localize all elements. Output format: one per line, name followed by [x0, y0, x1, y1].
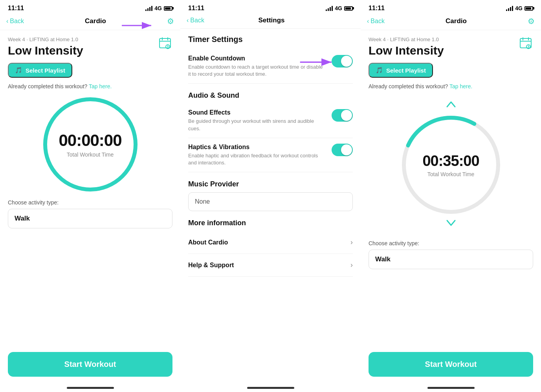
nav-bar-1: ‹ Back Cardio ⚙ [0, 15, 180, 30]
countdown-desc: Enable countdown to reach a target worko… [188, 64, 325, 78]
status-time-1: 11:11 [8, 5, 24, 12]
activity-box-1[interactable]: Walk [8, 209, 172, 228]
chevron-left-icon-2: ‹ [187, 17, 189, 24]
network-label-2: 4G [335, 5, 342, 11]
help-support-label: Help & Support [188, 262, 234, 269]
home-indicator-1 [67, 387, 114, 389]
status-icons-3: 4G [506, 5, 533, 11]
battery-icon-2 [344, 6, 353, 11]
network-label-3: 4G [515, 5, 523, 11]
music-icon-3: 🎵 [376, 67, 383, 74]
start-workout-btn-3[interactable]: Start Workout [369, 352, 533, 377]
start-btn-wrap-3: Start Workout [361, 348, 541, 385]
calendar-icon-1[interactable] [158, 36, 172, 52]
timer-settings-title: Timer Settings [188, 35, 353, 44]
nav-title-2: Settings [258, 16, 284, 24]
screen3-content: Week 4 · LIFTING at Home 1.0 Low Intensi… [361, 30, 541, 348]
about-cardio-label: About Cardio [188, 239, 228, 246]
completed-text-1: Already completed this workout? Tap here… [8, 83, 172, 89]
status-bar-3: 11:11 4G [361, 0, 541, 15]
music-icon-1: 🎵 [15, 67, 22, 74]
music-provider-box[interactable]: None [188, 192, 353, 211]
home-indicator-2 [247, 387, 294, 389]
screen1-content: Week 4 · LIFTING at Home 1.0 Low Intensi… [0, 30, 180, 348]
nav-title-3: Cardio [446, 17, 467, 25]
status-time-3: 11:11 [369, 5, 385, 12]
gear-icon-3[interactable]: ⚙ [528, 16, 535, 26]
screen2-content: Timer Settings Enable Countdown Enable c… [180, 29, 361, 385]
playlist-label-1: Select Playlist [26, 67, 65, 74]
nav-bar-2: ‹ Back Settings [180, 15, 361, 29]
back-label-1: Back [10, 18, 24, 25]
back-label-2: Back [190, 17, 204, 24]
timer-down-btn-3[interactable] [446, 216, 457, 232]
sound-effects-toggle[interactable] [332, 109, 353, 122]
select-playlist-btn-1[interactable]: 🎵 Select Playlist [8, 63, 72, 78]
timer-wrap-1: 00:00:00 Total Workout Time [8, 97, 172, 191]
timer-up-btn-3[interactable] [446, 97, 457, 114]
battery-icon-1 [164, 6, 172, 11]
toggle-knob-haptics [341, 144, 352, 155]
timer-display-1: 00:00:00 [59, 131, 121, 150]
timer-label-1: Total Workout Time [67, 151, 114, 158]
start-btn-wrap-1: Start Workout [0, 348, 180, 385]
sound-effects-row: Sound Effects Be guided through your wor… [188, 104, 353, 138]
back-button-1[interactable]: ‹ Back [6, 18, 24, 25]
week-label-3: Week 4 · LIFTING at Home 1.0 [369, 36, 533, 42]
signal-icon-3 [506, 5, 513, 11]
back-button-2[interactable]: ‹ Back [187, 17, 204, 24]
haptics-row: Haptics & Vibrations Enable haptic and v… [188, 138, 353, 172]
activity-box-3[interactable]: Walk [369, 250, 533, 269]
tap-here-link-3[interactable]: Tap here. [449, 83, 472, 89]
help-support-row[interactable]: Help & Support › [188, 254, 353, 277]
timer-container-3: 00:35:00 Total Workout Time [369, 97, 533, 232]
activity-label-1: Choose activity type: [8, 199, 172, 206]
countdown-row: Enable Countdown Enable countdown to rea… [188, 49, 353, 84]
toggle-knob-countdown [341, 56, 352, 67]
signal-icon-2 [326, 5, 333, 11]
phone-screen-3: 11:11 4G ‹ Back Cardio ⚙ [361, 0, 541, 392]
countdown-label: Enable Countdown [188, 55, 325, 62]
back-button-3[interactable]: ‹ Back [367, 18, 385, 25]
about-cardio-row[interactable]: About Cardio › [188, 231, 353, 254]
nav-title-1: Cardio [85, 17, 106, 25]
nav-bar-3: ‹ Back Cardio ⚙ [361, 15, 541, 30]
status-icons-2: 4G [326, 5, 353, 11]
timer-circle-3: 00:35:00 Total Workout Time [400, 114, 502, 216]
gear-icon-1[interactable]: ⚙ [167, 16, 174, 26]
home-indicator-3 [427, 387, 475, 389]
svg-rect-11 [520, 38, 531, 48]
haptics-toggle[interactable] [332, 144, 353, 156]
toggle-knob-sound [341, 110, 352, 121]
week-label-1: Week 4 · LIFTING at Home 1.0 [8, 36, 172, 42]
activity-label-3: Choose activity type: [369, 240, 533, 246]
network-label-1: 4G [154, 5, 162, 11]
start-workout-btn-1[interactable]: Start Workout [8, 352, 172, 377]
timer-circle-1: 00:00:00 Total Workout Time [43, 97, 138, 191]
calendar-icon-3[interactable] [519, 36, 533, 52]
audio-sound-title: Audio & Sound [188, 91, 353, 100]
select-playlist-btn-3[interactable]: 🎵 Select Playlist [369, 63, 433, 78]
haptics-desc: Enable haptic and vibration feedback for… [188, 152, 325, 166]
completed-text-3: Already completed this workout? Tap here… [369, 83, 533, 89]
workout-title-3: Low Intensity [369, 44, 533, 57]
status-time-2: 11:11 [188, 5, 204, 12]
sound-effects-desc: Be guided through your workout with sire… [188, 118, 325, 132]
signal-icon-1 [145, 5, 152, 11]
phone-screen-1: 11:11 4G ‹ Back Cardio ⚙ [0, 0, 180, 392]
chevron-right-help: › [350, 261, 353, 269]
countdown-toggle[interactable] [332, 55, 353, 67]
svg-rect-2 [160, 38, 171, 48]
sound-effects-label: Sound Effects [188, 109, 325, 116]
screens-container: 11:11 4G ‹ Back Cardio ⚙ [0, 0, 541, 392]
status-bar-2: 11:11 4G [180, 0, 361, 15]
battery-icon-3 [524, 6, 533, 11]
chevron-left-icon-3: ‹ [367, 18, 369, 25]
tap-here-link-1[interactable]: Tap here. [89, 83, 112, 89]
back-label-3: Back [370, 18, 385, 25]
status-icons-1: 4G [145, 5, 172, 11]
music-provider-title: Music Provider [188, 180, 353, 188]
more-info-title: More information [188, 219, 353, 227]
chevron-left-icon-1: ‹ [6, 18, 8, 25]
playlist-label-3: Select Playlist [386, 67, 426, 74]
